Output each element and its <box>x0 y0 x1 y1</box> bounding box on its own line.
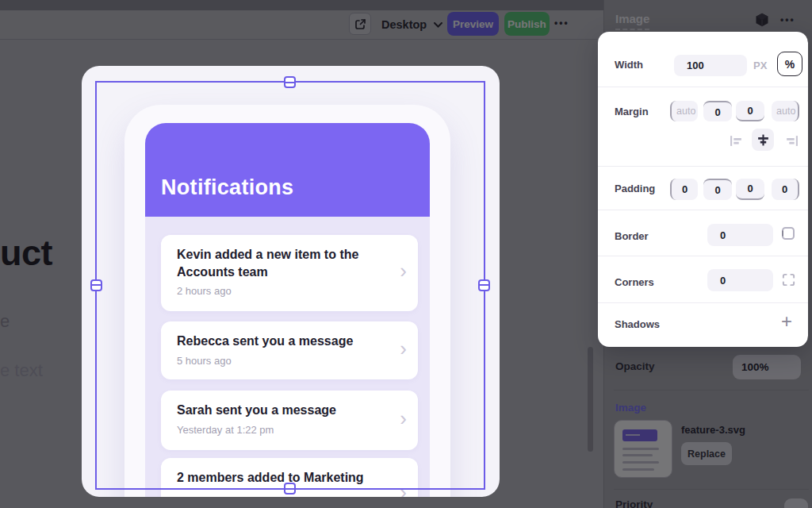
phone-mockup: Notifications Kevin added a new item to … <box>124 105 450 497</box>
align-left-icon <box>730 134 743 148</box>
margin-label: Margin <box>615 106 649 117</box>
image-section-label: Image <box>615 402 646 414</box>
thumbnail-line <box>622 454 653 456</box>
device-selector[interactable]: Desktop <box>381 10 442 39</box>
toolbar-more-button[interactable]: ••• <box>554 17 569 29</box>
phone-mockup-title: Notifications <box>161 175 293 200</box>
width-row: Width 100 PX % <box>598 32 808 87</box>
unit-px-option[interactable]: PX <box>753 60 767 71</box>
corners-row: Corners 0 <box>598 256 808 303</box>
notification-item: Rebecca sent you a message 5 hours ago › <box>161 321 418 379</box>
notification-title: Rebecca sent you a message <box>177 333 383 350</box>
notification-time: Yesterday at 1:22 pm <box>177 424 383 436</box>
chevron-right-icon: › <box>400 259 407 283</box>
editor-toolbar: Desktop Preview Publish ••• <box>0 10 603 40</box>
chevron-down-icon <box>434 22 442 28</box>
cube-icon[interactable] <box>754 12 770 31</box>
resize-handle-bottom[interactable] <box>284 483 296 495</box>
opacity-value[interactable]: 100% <box>733 355 801 379</box>
notification-time: 2 hours ago <box>177 285 383 297</box>
corners-button[interactable] <box>781 272 796 287</box>
page-text-fragment: e text <box>0 360 43 381</box>
unit-percent-option[interactable]: % <box>777 52 802 76</box>
panel-more-button[interactable]: ••• <box>780 14 795 25</box>
margin-row: Margin auto 0 0 auto <box>598 87 808 167</box>
image-filename: feature-3.svg <box>681 424 745 436</box>
chevron-right-icon: › <box>400 480 407 497</box>
notification-title: Sarah sent you a message <box>177 402 383 419</box>
panel-divider <box>614 390 809 391</box>
margin-align-center-button[interactable] <box>752 129 774 151</box>
resize-handle-left[interactable] <box>90 279 102 291</box>
corners-icon <box>781 272 796 287</box>
margin-right-input[interactable]: auto <box>772 101 799 121</box>
chevron-right-icon: › <box>400 406 407 431</box>
align-right-icon <box>785 134 799 148</box>
corners-input[interactable]: 0 <box>707 269 773 291</box>
thumbnail-phone-header <box>622 429 657 441</box>
window-top-strip <box>0 0 603 10</box>
margin-align-right-button[interactable] <box>780 129 802 152</box>
padding-bottom-input[interactable]: 0 <box>736 179 764 200</box>
resize-handle-top[interactable] <box>284 76 296 88</box>
priority-control[interactable] <box>784 498 808 508</box>
notification-title: 2 members added to Marketing <box>177 469 383 487</box>
border-input[interactable]: 0 <box>707 224 773 246</box>
padding-label: Padding <box>615 183 655 194</box>
external-link-icon <box>354 18 366 30</box>
padding-row: Padding 0 0 0 0 <box>598 167 808 210</box>
thumbnail-line <box>622 468 654 471</box>
phone-mockup-header: Notifications <box>145 123 430 217</box>
canvas-scrollbar-thumb[interactable] <box>588 347 593 452</box>
shadows-label: Shadows <box>615 318 660 330</box>
page-text-fragment: e <box>0 311 10 332</box>
margin-bottom-input[interactable]: 0 <box>736 101 764 121</box>
padding-left-input[interactable]: 0 <box>670 179 698 200</box>
border-row: Border 0 <box>598 210 808 256</box>
margin-top-input[interactable]: 0 <box>703 101 732 121</box>
width-label: Width <box>615 59 643 71</box>
phone-mockup-body: Kevin added a new item to the Accounts t… <box>145 217 430 497</box>
add-shadow-button[interactable]: + <box>781 310 792 333</box>
chevron-right-icon: › <box>400 337 407 361</box>
publish-button[interactable]: Publish <box>504 12 550 36</box>
padding-right-input[interactable]: 0 <box>772 179 799 200</box>
priority-label: Priority <box>615 498 653 508</box>
thumbnail-line <box>622 448 659 450</box>
replace-image-button[interactable]: Replace <box>681 442 732 465</box>
builder-app: Desktop Preview Publish ••• uct e e text… <box>0 0 812 508</box>
shadows-row: Shadows + <box>598 303 808 347</box>
resize-handle-right[interactable] <box>478 279 490 291</box>
padding-top-input[interactable]: 0 <box>703 179 732 200</box>
corners-label: Corners <box>615 276 654 288</box>
selected-image-element[interactable]: Notifications Kevin added a new item to … <box>82 66 500 497</box>
margin-left-input[interactable]: auto <box>670 101 698 121</box>
margin-align-left-button[interactable] <box>725 129 747 152</box>
image-settings-popup: Width 100 PX % Margin auto 0 0 auto <box>598 32 808 347</box>
editor-canvas: uct e e text Notifications Kevin added a… <box>0 40 603 508</box>
preview-button[interactable]: Preview <box>447 12 499 36</box>
panel-title: Image <box>615 12 649 30</box>
notification-item: Sarah sent you a message Yesterday at 1:… <box>161 391 418 450</box>
border-sides-button[interactable] <box>780 225 796 241</box>
notification-item: Kevin added a new item to the Accounts t… <box>161 235 418 311</box>
notification-time: 5 hours ago <box>177 355 383 367</box>
device-selector-label: Desktop <box>381 18 427 31</box>
width-input[interactable]: 100 <box>674 55 747 76</box>
image-thumbnail[interactable] <box>614 420 672 478</box>
opacity-label: Opacity <box>615 360 655 372</box>
panel-divider <box>614 489 809 490</box>
align-center-icon <box>756 133 770 147</box>
page-heading-fragment: uct <box>0 233 52 274</box>
notification-title: Kevin added a new item to the Accounts t… <box>177 246 383 280</box>
open-in-new-tab-button[interactable] <box>349 13 371 35</box>
border-label: Border <box>615 230 649 242</box>
thumbnail-line <box>622 461 659 464</box>
border-icon <box>780 225 796 241</box>
